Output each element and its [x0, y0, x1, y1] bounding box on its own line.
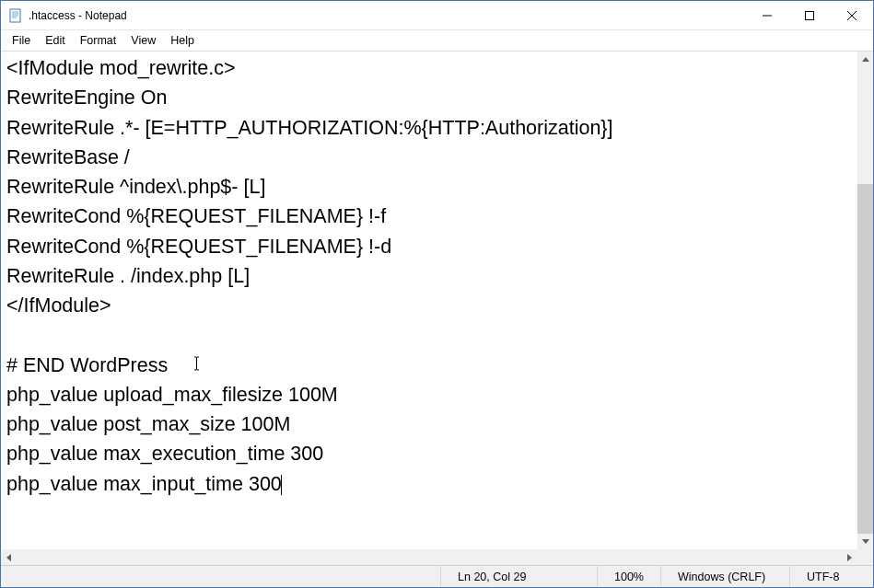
- svg-rect-6: [806, 11, 814, 19]
- window-controls: [746, 1, 873, 29]
- scroll-track[interactable]: [857, 67, 873, 534]
- menu-help[interactable]: Help: [163, 32, 202, 49]
- titlebar: .htaccess - Notepad: [1, 1, 873, 30]
- scrollbar-corner: [857, 549, 873, 565]
- status-spacer: [1, 566, 441, 587]
- editor-area: <IfModule mod_rewrite.c> RewriteEngine O…: [1, 51, 873, 565]
- window-title: .htaccess - Notepad: [29, 9, 746, 22]
- svg-marker-15: [862, 539, 869, 544]
- scroll-right-icon[interactable]: [842, 549, 857, 565]
- scroll-left-icon[interactable]: [1, 549, 17, 565]
- menu-edit[interactable]: Edit: [38, 32, 73, 49]
- status-encoding: UTF-8: [790, 566, 873, 587]
- menu-view[interactable]: View: [123, 32, 163, 49]
- menu-format[interactable]: Format: [73, 32, 124, 49]
- maximize-button[interactable]: [788, 1, 831, 29]
- svg-marker-14: [862, 57, 869, 62]
- menubar: File Edit Format View Help: [1, 30, 873, 51]
- status-zoom: 100%: [598, 566, 661, 587]
- status-position: Ln 20, Col 29: [441, 566, 598, 587]
- notepad-icon: [8, 8, 23, 23]
- svg-marker-17: [847, 554, 852, 561]
- svg-marker-16: [6, 554, 11, 561]
- vertical-scrollbar[interactable]: [857, 52, 873, 549]
- menu-file[interactable]: File: [5, 32, 38, 49]
- status-line-ending: Windows (CRLF): [661, 566, 790, 587]
- text-editor[interactable]: <IfModule mod_rewrite.c> RewriteEngine O…: [1, 52, 873, 565]
- scroll-thumb[interactable]: [857, 184, 873, 534]
- minimize-button[interactable]: [746, 1, 788, 29]
- scroll-down-icon[interactable]: [857, 534, 873, 549]
- horizontal-scrollbar[interactable]: [1, 549, 857, 565]
- close-button[interactable]: [831, 1, 873, 29]
- statusbar: Ln 20, Col 29 100% Windows (CRLF) UTF-8: [1, 565, 873, 587]
- scroll-up-icon[interactable]: [857, 52, 873, 67]
